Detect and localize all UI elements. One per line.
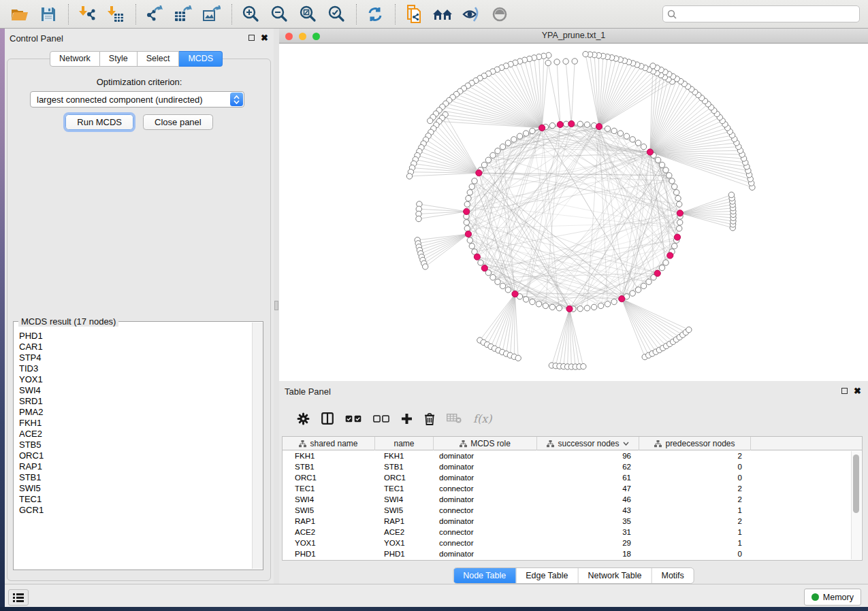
- mcds-dominator-node[interactable]: [465, 231, 471, 237]
- network-node[interactable]: [466, 195, 471, 201]
- network-node[interactable]: [641, 283, 646, 288]
- mcds-dominator-node[interactable]: [481, 265, 487, 271]
- refresh-layout-icon[interactable]: [364, 3, 387, 25]
- network-node[interactable]: [611, 128, 617, 133]
- mcds-dominator-node[interactable]: [557, 121, 563, 127]
- network-node[interactable]: [572, 59, 577, 64]
- network-node[interactable]: [406, 174, 412, 179]
- mcds-result-item[interactable]: GCR1: [19, 505, 253, 516]
- mcds-result-item[interactable]: RAP1: [19, 461, 253, 472]
- task-history-button[interactable]: [8, 589, 29, 606]
- mcds-dominator-node[interactable]: [464, 208, 470, 214]
- network-node[interactable]: [677, 220, 683, 225]
- zoom-in-icon[interactable]: [239, 3, 262, 25]
- network-node[interactable]: [584, 122, 590, 127]
- import-network-icon[interactable]: [76, 3, 99, 25]
- mcds-dominator-node[interactable]: [647, 149, 653, 155]
- network-node[interactable]: [467, 237, 472, 243]
- network-node[interactable]: [500, 283, 505, 288]
- network-node[interactable]: [686, 327, 692, 333]
- mcds-result-item[interactable]: PHD1: [19, 331, 253, 342]
- mcds-result-item[interactable]: ACE2: [19, 429, 253, 440]
- network-node[interactable]: [485, 157, 491, 163]
- network-node[interactable]: [663, 167, 669, 173]
- memory-button[interactable]: Memory: [804, 589, 861, 606]
- table-row[interactable]: FKH1FKH1dominator962: [283, 450, 862, 461]
- mcds-result-item[interactable]: FKH1: [19, 418, 253, 429]
- network-node[interactable]: [611, 299, 617, 304]
- add-column-icon[interactable]: [401, 413, 413, 425]
- table-row[interactable]: RAP1RAP1dominator352: [283, 516, 862, 527]
- network-node[interactable]: [635, 140, 641, 146]
- network-node[interactable]: [495, 148, 500, 154]
- zoom-fit-icon[interactable]: [296, 3, 319, 25]
- network-node[interactable]: [598, 303, 603, 308]
- network-node[interactable]: [469, 184, 475, 189]
- network-node[interactable]: [495, 279, 500, 284]
- close-panel-button[interactable]: Close panel: [143, 114, 213, 130]
- save-session-icon[interactable]: [37, 3, 60, 25]
- network-node[interactable]: [584, 306, 590, 311]
- network-node[interactable]: [659, 162, 664, 167]
- network-node[interactable]: [650, 63, 656, 69]
- column-header-predecessor-nodes[interactable]: predecessor nodes: [639, 437, 751, 450]
- table-row[interactable]: TEC1TEC1connector472: [283, 483, 862, 494]
- mcds-dominator-node[interactable]: [568, 120, 575, 127]
- deselect-all-icon[interactable]: [373, 415, 389, 423]
- network-node[interactable]: [500, 144, 505, 150]
- table-row[interactable]: YOX1YOX1connector291: [283, 538, 862, 548]
- tab-select[interactable]: Select: [138, 51, 180, 67]
- network-node[interactable]: [672, 184, 677, 189]
- network-node[interactable]: [549, 122, 555, 128]
- network-node[interactable]: [583, 51, 588, 56]
- network-node[interactable]: [416, 216, 421, 221]
- network-node[interactable]: [464, 220, 469, 225]
- mcds-result-item[interactable]: SWI4: [19, 385, 253, 396]
- table-row[interactable]: PHD1PHD1dominator180: [283, 548, 862, 559]
- export-network-icon[interactable]: [143, 3, 166, 25]
- delete-column-icon[interactable]: [424, 412, 435, 425]
- network-node[interactable]: [543, 303, 548, 308]
- network-node[interactable]: [672, 244, 677, 249]
- network-node[interactable]: [505, 287, 511, 293]
- tab-mcds[interactable]: MCDS: [179, 51, 223, 67]
- table-row[interactable]: SWI5SWI5connector431: [283, 505, 862, 516]
- network-node[interactable]: [472, 178, 477, 184]
- network-node[interactable]: [577, 306, 583, 312]
- table-row[interactable]: ACE2ACE2connector311: [283, 527, 862, 538]
- network-node[interactable]: [530, 128, 535, 133]
- export-table-icon[interactable]: [172, 3, 195, 25]
- network-node[interactable]: [646, 279, 652, 284]
- mcds-result-item[interactable]: TEC1: [19, 494, 253, 505]
- network-node[interactable]: [536, 301, 541, 307]
- optimization-criterion-select[interactable]: largest connected component (undirected): [30, 91, 244, 108]
- network-node[interactable]: [481, 162, 487, 167]
- close-panel-icon[interactable]: ✖: [261, 35, 268, 41]
- network-canvas[interactable]: [279, 44, 868, 381]
- search-input[interactable]: [680, 9, 859, 20]
- network-node[interactable]: [577, 121, 583, 127]
- table-row[interactable]: ORC1ORC1dominator610: [283, 472, 862, 483]
- search-box[interactable]: [662, 5, 860, 22]
- show-graphics-details-icon[interactable]: [488, 3, 511, 25]
- column-header-name[interactable]: name: [375, 437, 434, 450]
- zoom-selected-icon[interactable]: [325, 3, 348, 25]
- network-node[interactable]: [423, 264, 428, 269]
- network-node[interactable]: [545, 60, 551, 65]
- network-node[interactable]: [675, 195, 681, 201]
- first-neighbors-icon[interactable]: [431, 3, 454, 25]
- run-mcds-button[interactable]: Run MCDS: [65, 114, 133, 130]
- hide-selected-icon[interactable]: [460, 3, 483, 25]
- network-node[interactable]: [530, 299, 535, 304]
- mcds-result-item[interactable]: SRD1: [19, 396, 253, 407]
- mcds-result-item[interactable]: ORC1: [19, 450, 253, 461]
- show-columns-icon[interactable]: [321, 412, 334, 425]
- network-node[interactable]: [469, 244, 475, 249]
- column-header-shared-name[interactable]: shared name: [283, 437, 375, 450]
- network-node[interactable]: [464, 226, 470, 231]
- mcds-dominator-node[interactable]: [596, 123, 602, 129]
- table-scrollbar[interactable]: [851, 451, 861, 559]
- network-node[interactable]: [581, 363, 586, 369]
- network-node[interactable]: [728, 192, 734, 197]
- network-node[interactable]: [517, 133, 522, 139]
